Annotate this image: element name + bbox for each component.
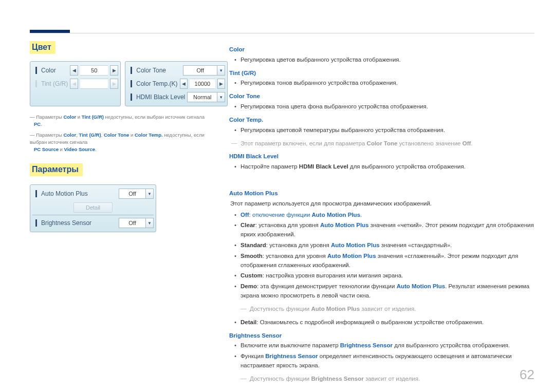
section-heading-color: Цвет	[30, 41, 55, 54]
params-panel: Auto Motion Plus Off▼ Detail Brightness …	[30, 184, 156, 232]
bs-availability-note: Доступность функции Brightness Sensor за…	[238, 375, 534, 384]
amp-opt-custom: Custom: настройка уровня выгорания или м…	[229, 271, 534, 281]
auto-motion-plus-row: Auto Motion Plus Off▼	[32, 187, 154, 200]
header-rule	[30, 33, 534, 33]
bs-list: Включите или выключите параметр Brightne…	[229, 341, 534, 370]
para-amp: Auto Motion Plus	[229, 189, 534, 198]
tint-value	[80, 79, 108, 89]
row-marker-icon	[131, 94, 132, 101]
color-value[interactable]: 50	[80, 65, 108, 76]
amp-availability-note: Доступность функции Auto Motion Plus зав…	[238, 305, 534, 314]
color-panel-right: Color Tone Off▼ Color Temp.(K) ◀ 10000 ▶…	[125, 61, 228, 106]
bs-select[interactable]: Off▼	[119, 218, 154, 228]
footnote-color-2: ― Параметры Color, Tint (G/R), Color Ton…	[30, 132, 218, 154]
row-marker-icon	[35, 219, 37, 227]
color-label: Color	[41, 67, 68, 74]
panel-divider	[32, 215, 154, 215]
bs-enable-desc: Включите или выключите параметр Brightne…	[229, 341, 534, 350]
amp-opt-off: Off: отключение функции Auto Motion Plus…	[229, 211, 534, 220]
para-ctemp: Color Temp.	[229, 116, 534, 125]
color-temp-row: Color Temp.(K) ◀ 10000 ▶	[127, 77, 225, 90]
row-marker-icon	[131, 80, 132, 87]
color-panel-cluster: Color ◀ 50 ▶ Tint (G/R) ◀ ▶	[30, 61, 220, 106]
row-marker-icon	[35, 80, 37, 87]
document-page: Цвет Color ◀ 50 ▶ Tint (G/R) ◀	[0, 0, 555, 392]
para-ctemp-note: Этот параметр включен, если для параметр…	[229, 139, 534, 148]
para-bs: Brightness Sensor	[229, 331, 534, 341]
tint-row: Tint (G/R) ◀ ▶	[32, 77, 118, 90]
amp-label: Auto Motion Plus	[41, 190, 117, 197]
amp-opt-demo: Demo: эта функция демонстрирует технолог…	[229, 282, 534, 301]
para-color-desc: Регулировка цветов выбранного устройства…	[229, 55, 534, 65]
right-column: Color Регулировка цветов выбранного устр…	[220, 41, 534, 388]
color-tone-select[interactable]: Off▼	[183, 65, 225, 76]
color-panel-left: Color ◀ 50 ▶ Tint (G/R) ◀ ▶	[30, 61, 121, 106]
hdmi-row: HDMI Black Level Normal▼	[127, 90, 225, 104]
row-marker-icon	[35, 67, 37, 74]
spin-left-button[interactable]: ◀	[70, 65, 78, 76]
tint-label: Tint (G/R)	[41, 80, 68, 87]
bs-label: Brightness Sensor	[41, 219, 117, 227]
spin-right-button: ▶	[110, 79, 118, 89]
row-marker-icon	[35, 190, 37, 197]
para-tint: Tint (G/R)	[229, 69, 534, 78]
bs-func-desc: Функция Brightness Sensor определяет инт…	[229, 352, 534, 370]
para-ctone-desc: Регулировка тона цвета фона выбранного у…	[229, 102, 534, 111]
para-color: Color	[229, 45, 534, 54]
brightness-sensor-row: Brightness Sensor Off▼	[32, 216, 154, 230]
section-heading-params: Параметры	[30, 163, 83, 176]
amp-options-list: Off: отключение функции Auto Motion Plus…	[229, 211, 534, 301]
spin-right-button[interactable]: ▶	[110, 65, 118, 76]
footnote-color-1: ― Параметры Color и Tint (G/R) недоступн…	[30, 114, 218, 128]
amp-select[interactable]: Off▼	[119, 189, 154, 199]
chevron-down-icon: ▼	[145, 189, 153, 198]
amp-opt-standard: Standard: установка для уровня Auto Moti…	[229, 241, 534, 250]
amp-intro: Этот параметр используется для просмотра…	[230, 199, 534, 209]
left-column: Цвет Color ◀ 50 ▶ Tint (G/R) ◀	[30, 41, 220, 388]
detail-button: Detail	[73, 202, 113, 213]
amp-opt-smooth: Smooth: установка для уровня Auto Motion…	[229, 252, 534, 270]
color-temp-value[interactable]: 10000	[190, 79, 216, 89]
para-tint-desc: Регулировка тонов выбранного устройства …	[229, 79, 534, 88]
color-row: Color ◀ 50 ▶	[32, 64, 118, 77]
para-ctemp-desc: Регулировка цветовой температуры выбранн…	[229, 126, 534, 135]
color-temp-label: Color Temp.(K)	[136, 80, 177, 87]
para-hdmi: HDMI Black Level	[229, 152, 534, 161]
hdmi-label: HDMI Black Level	[136, 94, 185, 101]
para-hdmi-desc: Настройте параметр HDMI Black Level для …	[229, 162, 534, 172]
chevron-down-icon: ▼	[145, 218, 153, 228]
para-ctone: Color Tone	[229, 92, 534, 101]
color-tone-row: Color Tone Off▼	[127, 64, 225, 77]
spin-left-button: ◀	[70, 79, 78, 89]
amp-opt-clear: Clear: установка для уровня Auto Motion …	[229, 221, 534, 239]
color-tone-label: Color Tone	[136, 67, 181, 74]
page-number: 62	[520, 367, 534, 383]
row-marker-icon	[131, 67, 132, 74]
spin-left-button[interactable]: ◀	[180, 79, 188, 89]
amp-opt-detail: Detail: Ознакомьтесь с подробной информа…	[229, 318, 534, 327]
